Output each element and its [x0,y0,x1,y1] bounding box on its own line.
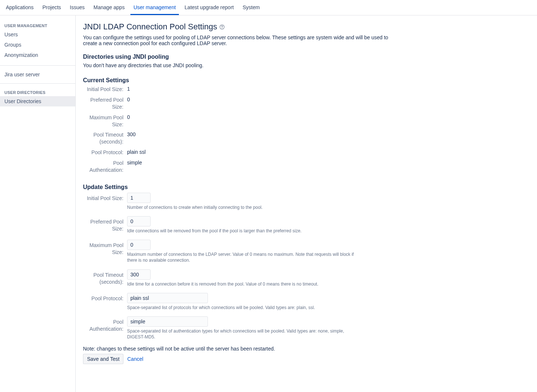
current-auth-label: Pool Authentication: [83,160,127,174]
tab-projects[interactable]: Projects [40,0,64,15]
save-and-test-button[interactable]: Save and Test [83,354,123,364]
current-preferred-value: 0 [127,97,130,110]
form-auth-label: Pool Authentication: [83,316,127,333]
form-auth-hint: Space-separated list of authentication t… [127,328,362,340]
sidebar-item-users[interactable]: Users [0,29,75,40]
directories-heading: Directories using JNDI pooling [83,54,472,60]
current-settings-heading: Current Settings [83,77,472,84]
current-initial-value: 1 [127,86,130,93]
form-initial-label: Initial Pool Size: [83,193,127,202]
help-icon[interactable] [219,24,225,30]
sidebar-divider [0,65,75,66]
current-timeout-label: Pool Timeout (seconds): [83,131,127,145]
tab-manage-apps[interactable]: Manage apps [91,0,128,15]
update-settings-heading: Update Settings [83,184,472,190]
form-preferred-label: Preferred Pool Size: [83,216,127,232]
current-timeout-value: 300 [127,131,136,145]
cancel-link[interactable]: Cancel [127,356,143,362]
form-timeout-label: Pool Timeout (seconds): [83,269,127,286]
form-preferred-hint: Idle connections will be removed from th… [127,228,302,234]
sidebar-item-anonymization[interactable]: Anonymization [0,50,75,60]
form-timeout-hint: Idle time for a connection before it is … [127,281,318,287]
form-protocol-hint: Space-separated list of protocols for wh… [127,305,315,311]
sidebar-heading-user-directories: USER DIRECTORIES [0,87,75,96]
form-maximum-hint: Maximum number of connections to the LDA… [127,251,362,263]
tab-applications[interactable]: Applications [3,0,37,15]
sidebar-divider [0,83,75,84]
current-preferred-label: Preferred Pool Size: [83,97,127,110]
pool-protocol-input[interactable] [127,293,208,303]
pool-auth-input[interactable] [127,316,208,327]
current-auth-value: simple [127,160,142,174]
sidebar-heading-user-mgmt: USER MANAGEMENT [0,21,75,29]
restart-note: Note: changes to these settings will not… [83,346,472,352]
preferred-pool-size-input[interactable] [127,216,151,226]
page-title-text: JNDI LDAP Connection Pool Settings [83,22,217,32]
tab-upgrade-report[interactable]: Latest upgrade report [182,0,237,15]
top-tabs: Applications Projects Issues Manage apps… [0,0,537,15]
current-maximum-label: Maximum Pool Size: [83,114,127,128]
sidebar-item-user-directories[interactable]: User Directories [0,96,75,106]
main-content: JNDI LDAP Connection Pool Settings You c… [76,15,480,392]
sidebar-item-groups[interactable]: Groups [0,40,75,50]
directories-empty-msg: You don't have any directories that use … [83,62,472,68]
sidebar-item-jira-user-server[interactable]: Jira user server [0,69,75,80]
tab-system[interactable]: System [239,0,263,15]
form-maximum-label: Maximum Pool Size: [83,240,127,256]
maximum-pool-size-input[interactable] [127,240,151,250]
page-title: JNDI LDAP Connection Pool Settings [83,22,472,32]
svg-point-1 [222,28,223,28]
current-maximum-value: 0 [127,114,130,128]
intro-text: You can configure the settings used for … [83,35,399,46]
form-protocol-label: Pool Protocol: [83,293,127,302]
form-initial-hint: Number of connections to create when ini… [127,204,263,210]
tab-user-management[interactable]: User management [130,0,179,15]
current-protocol-value: plain ssl [127,149,146,156]
sidebar: USER MANAGEMENT Users Groups Anonymizati… [0,15,76,392]
initial-pool-size-input[interactable] [127,193,151,203]
current-initial-label: Initial Pool Size: [83,86,127,93]
pool-timeout-input[interactable] [127,269,151,280]
current-protocol-label: Pool Protocol: [83,149,127,156]
tab-issues[interactable]: Issues [67,0,87,15]
